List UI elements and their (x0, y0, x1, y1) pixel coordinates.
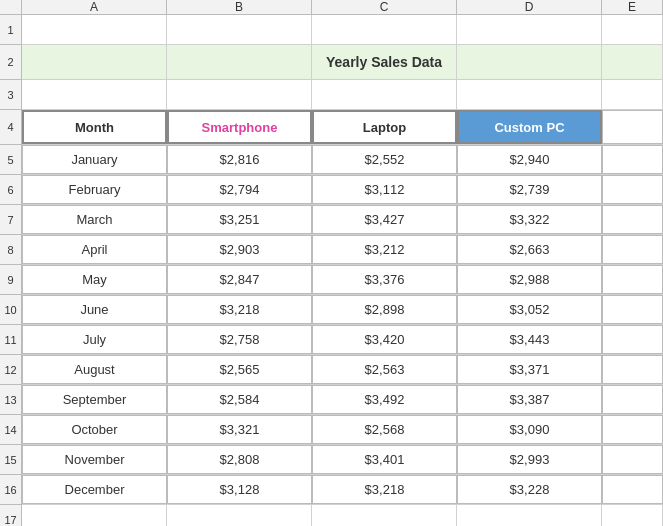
cell-smartphone-apr[interactable]: $2,903 (167, 235, 312, 264)
cell-smartphone-nov[interactable]: $2,808 (167, 445, 312, 474)
cell-6-rest[interactable] (602, 175, 663, 204)
row-num-17: 17 (0, 505, 21, 526)
cell-3-d[interactable] (312, 80, 457, 109)
col-header-e[interactable]: D (457, 0, 602, 14)
cell-custompc-may[interactable]: $2,988 (457, 265, 602, 294)
col-header-b[interactable]: A (22, 0, 167, 14)
cell-custompc-jan[interactable]: $2,940 (457, 145, 602, 174)
cell-17-rest[interactable] (602, 505, 663, 526)
cell-smartphone-jun[interactable]: $3,218 (167, 295, 312, 324)
cell-1-rest[interactable] (602, 15, 663, 44)
cell-17-d[interactable] (312, 505, 457, 526)
cell-2-c[interactable] (167, 45, 312, 79)
cell-2-rest[interactable] (602, 45, 663, 79)
corner-cell (0, 0, 22, 14)
cell-8-rest[interactable] (602, 235, 663, 264)
row-num-11: 11 (0, 325, 21, 355)
row-num-1: 1 (0, 15, 21, 45)
cell-custompc-oct[interactable]: $3,090 (457, 415, 602, 444)
cell-month-apr[interactable]: April (22, 235, 167, 264)
header-month[interactable]: Month (22, 110, 167, 144)
cell-smartphone-mar[interactable]: $3,251 (167, 205, 312, 234)
cell-14-rest[interactable] (602, 415, 663, 444)
cell-custompc-sep[interactable]: $3,387 (457, 385, 602, 414)
cell-laptop-aug[interactable]: $2,563 (312, 355, 457, 384)
cell-month-sep[interactable]: September (22, 385, 167, 414)
cell-1-d[interactable] (312, 15, 457, 44)
cell-1-b[interactable] (22, 15, 167, 44)
cell-smartphone-sep[interactable]: $2,584 (167, 385, 312, 414)
row-num-9: 9 (0, 265, 21, 295)
cell-month-oct[interactable]: October (22, 415, 167, 444)
cell-laptop-apr[interactable]: $3,212 (312, 235, 457, 264)
cell-2-b[interactable] (22, 45, 167, 79)
cell-3-b[interactable] (22, 80, 167, 109)
cell-smartphone-jul[interactable]: $2,758 (167, 325, 312, 354)
cell-month-dec[interactable]: December (22, 475, 167, 504)
cell-laptop-dec[interactable]: $3,218 (312, 475, 457, 504)
header-smartphone[interactable]: Smartphone (167, 110, 312, 144)
col-header-rest[interactable]: E (602, 0, 663, 14)
table-row: March $3,251 $3,427 $3,322 (22, 205, 663, 235)
cell-laptop-oct[interactable]: $2,568 (312, 415, 457, 444)
row-num-6: 6 (0, 175, 21, 205)
cell-3-e[interactable] (457, 80, 602, 109)
cell-laptop-jun[interactable]: $2,898 (312, 295, 457, 324)
cell-2-e[interactable] (457, 45, 602, 79)
cell-smartphone-aug[interactable]: $2,565 (167, 355, 312, 384)
cell-laptop-may[interactable]: $3,376 (312, 265, 457, 294)
header-custompc[interactable]: Custom PC (457, 110, 602, 144)
cell-1-c[interactable] (167, 15, 312, 44)
cell-smartphone-dec[interactable]: $3,128 (167, 475, 312, 504)
cell-month-jun[interactable]: June (22, 295, 167, 324)
cell-custompc-jul[interactable]: $3,443 (457, 325, 602, 354)
cell-smartphone-feb[interactable]: $2,794 (167, 175, 312, 204)
spreadsheet: A B C D E 1 2 3 4 5 6 7 8 9 10 11 12 13 … (0, 0, 663, 526)
cell-17-b[interactable] (22, 505, 167, 526)
cell-custompc-mar[interactable]: $3,322 (457, 205, 602, 234)
cell-laptop-jan[interactable]: $2,552 (312, 145, 457, 174)
cell-1-e[interactable] (457, 15, 602, 44)
cell-laptop-jul[interactable]: $3,420 (312, 325, 457, 354)
cell-month-nov[interactable]: November (22, 445, 167, 474)
cell-11-rest[interactable] (602, 325, 663, 354)
cell-laptop-mar[interactable]: $3,427 (312, 205, 457, 234)
cell-custompc-apr[interactable]: $2,663 (457, 235, 602, 264)
cell-custompc-jun[interactable]: $3,052 (457, 295, 602, 324)
table-row: April $2,903 $3,212 $2,663 (22, 235, 663, 265)
cell-9-rest[interactable] (602, 265, 663, 294)
cell-5-rest[interactable] (602, 145, 663, 174)
cell-custompc-dec[interactable]: $3,228 (457, 475, 602, 504)
cell-10-rest[interactable] (602, 295, 663, 324)
cell-15-rest[interactable] (602, 445, 663, 474)
cell-month-mar[interactable]: March (22, 205, 167, 234)
cell-laptop-sep[interactable]: $3,492 (312, 385, 457, 414)
cell-month-jul[interactable]: July (22, 325, 167, 354)
col-header-c[interactable]: B (167, 0, 312, 14)
cell-3-c[interactable] (167, 80, 312, 109)
cell-12-rest[interactable] (602, 355, 663, 384)
cell-month-jan[interactable]: January (22, 145, 167, 174)
cell-4-rest[interactable] (602, 110, 663, 144)
col-header-d[interactable]: C (312, 0, 457, 14)
cell-month-aug[interactable]: August (22, 355, 167, 384)
row-num-5: 5 (0, 145, 21, 175)
cell-3-rest[interactable] (602, 80, 663, 109)
cell-month-feb[interactable]: February (22, 175, 167, 204)
cell-smartphone-oct[interactable]: $3,321 (167, 415, 312, 444)
cell-laptop-nov[interactable]: $3,401 (312, 445, 457, 474)
cell-16-rest[interactable] (602, 475, 663, 504)
title-cell[interactable]: Yearly Sales Data (312, 45, 457, 79)
cell-custompc-feb[interactable]: $2,739 (457, 175, 602, 204)
header-laptop[interactable]: Laptop (312, 110, 457, 144)
cell-laptop-feb[interactable]: $3,112 (312, 175, 457, 204)
cell-13-rest[interactable] (602, 385, 663, 414)
cell-17-c[interactable] (167, 505, 312, 526)
cell-smartphone-may[interactable]: $2,847 (167, 265, 312, 294)
cell-month-may[interactable]: May (22, 265, 167, 294)
cell-7-rest[interactable] (602, 205, 663, 234)
cell-custompc-aug[interactable]: $3,371 (457, 355, 602, 384)
cell-17-e[interactable] (457, 505, 602, 526)
cell-smartphone-jan[interactable]: $2,816 (167, 145, 312, 174)
cell-custompc-nov[interactable]: $2,993 (457, 445, 602, 474)
